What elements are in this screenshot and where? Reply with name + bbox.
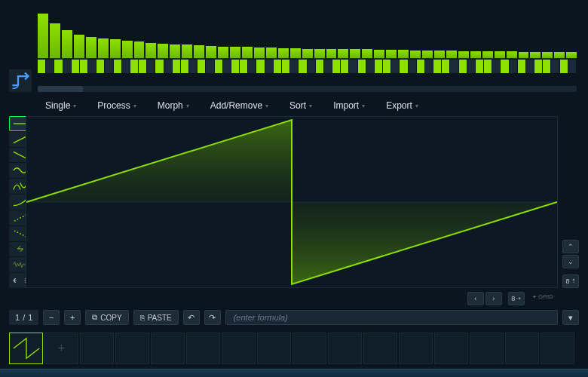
frame-empty[interactable] (222, 333, 256, 364)
formula-input[interactable]: (enter formula) (225, 310, 558, 325)
menu-morph[interactable]: Morph (158, 100, 189, 111)
piano-key[interactable] (459, 60, 467, 73)
piano-key[interactable] (332, 60, 341, 73)
frame-empty[interactable] (541, 333, 574, 364)
piano-key[interactable] (450, 60, 458, 73)
spectrum-bar[interactable] (386, 50, 397, 58)
frame-thumbnail-1[interactable] (9, 333, 43, 364)
spectrum-bar[interactable] (422, 51, 433, 58)
spectrum-bar[interactable] (98, 38, 109, 58)
spectrum-bar[interactable] (458, 51, 469, 58)
piano-key[interactable] (38, 60, 46, 73)
paste-button[interactable]: ⎘PASTE (133, 310, 179, 325)
piano-key[interactable] (425, 60, 433, 73)
piano-key[interactable] (391, 60, 400, 73)
piano-key[interactable] (366, 60, 375, 73)
redo-button[interactable]: ↷ (204, 310, 221, 325)
menu-export[interactable]: Export (386, 100, 418, 111)
frame-empty[interactable] (363, 333, 397, 364)
spectrum-bar[interactable] (254, 48, 265, 58)
spectrum-bar[interactable] (38, 14, 48, 58)
piano-keyboard[interactable] (38, 60, 577, 73)
frame-empty[interactable] (186, 333, 220, 364)
piano-key[interactable] (72, 60, 80, 73)
nav-left-button[interactable]: ‹ (467, 292, 484, 305)
piano-key[interactable] (409, 60, 417, 73)
spectrum-bar[interactable] (230, 47, 240, 58)
spectrum-bar[interactable] (326, 49, 337, 58)
piano-key[interactable] (433, 60, 442, 73)
piano-key[interactable] (63, 60, 72, 73)
frame-empty[interactable] (115, 333, 149, 364)
add-frame-cell[interactable]: + (44, 333, 78, 364)
spectrum-bar[interactable] (290, 48, 301, 58)
piano-key[interactable] (476, 60, 484, 73)
piano-key[interactable] (206, 60, 214, 73)
spectrum-bar[interactable] (218, 47, 228, 58)
piano-key[interactable] (46, 60, 54, 73)
piano-key[interactable] (96, 60, 105, 73)
piano-key[interactable] (189, 60, 198, 73)
spectrum-bar[interactable] (122, 41, 133, 58)
piano-key[interactable] (215, 60, 223, 73)
menu-process[interactable]: Process (97, 100, 136, 111)
piano-key[interactable] (442, 60, 450, 73)
spectrum-bar[interactable] (350, 49, 360, 58)
spectrum-bar[interactable] (482, 51, 493, 58)
piano-key[interactable] (265, 60, 274, 73)
piano-key[interactable] (290, 60, 299, 73)
spectrum-bar[interactable] (302, 49, 313, 58)
piano-key[interactable] (375, 60, 383, 73)
piano-key[interactable] (122, 60, 130, 73)
spectrum-bar[interactable] (362, 49, 372, 58)
piano-key[interactable] (417, 60, 425, 73)
grid-horizontal-value[interactable]: 8⇢ (508, 292, 525, 305)
spectrum-bar[interactable] (554, 52, 565, 58)
spectrum-bar[interactable] (242, 47, 253, 58)
spectrum-bar[interactable] (434, 51, 445, 58)
undo-button[interactable]: ↶ (183, 310, 200, 325)
frame-empty[interactable] (292, 333, 326, 364)
piano-key[interactable] (282, 60, 290, 73)
menu-single[interactable]: Single (45, 100, 76, 111)
spectrum-bar[interactable] (110, 39, 121, 58)
piano-key[interactable] (324, 60, 332, 73)
piano-key[interactable] (155, 60, 164, 73)
spectrum-bar[interactable] (278, 48, 289, 58)
spectrum-bar[interactable] (495, 51, 505, 58)
nav-down-button[interactable]: ⌄ (562, 255, 579, 268)
piano-key[interactable] (130, 60, 139, 73)
piano-key[interactable] (484, 60, 492, 73)
spectrum-bar[interactable] (158, 44, 168, 58)
piano-key[interactable] (349, 60, 357, 73)
spectrum-bar[interactable] (566, 52, 577, 58)
spectrum-bar[interactable] (194, 45, 204, 58)
frame-empty[interactable] (399, 333, 433, 364)
piano-key[interactable] (248, 60, 256, 73)
remove-frame-button[interactable]: − (43, 310, 60, 325)
piano-key[interactable] (105, 60, 113, 73)
formula-dropdown-button[interactable]: ▾ (562, 310, 579, 325)
piano-key[interactable] (400, 60, 408, 73)
piano-key[interactable] (383, 60, 391, 73)
piano-key[interactable] (358, 60, 366, 73)
spectrum-bar[interactable] (62, 30, 72, 58)
nav-up-button[interactable]: ⌃ (562, 240, 579, 253)
piano-key[interactable] (274, 60, 282, 73)
frame-empty[interactable] (328, 333, 362, 364)
spectrum-bar[interactable] (182, 44, 192, 58)
piano-key[interactable] (54, 60, 63, 73)
frame-empty[interactable] (434, 333, 468, 364)
horizontal-scrollbar[interactable] (38, 86, 577, 92)
frame-empty[interactable] (257, 333, 291, 364)
piano-key[interactable] (526, 60, 534, 73)
frame-empty[interactable] (151, 333, 185, 364)
piano-key[interactable] (80, 60, 88, 73)
piano-key[interactable] (501, 60, 509, 73)
piano-key[interactable] (114, 60, 122, 73)
spectrum-bar[interactable] (74, 35, 84, 58)
menu-sort[interactable]: Sort (289, 100, 312, 111)
spectrum-bar[interactable] (134, 41, 145, 58)
spectrum-bar[interactable] (410, 51, 421, 58)
piano-key[interactable] (341, 60, 349, 73)
